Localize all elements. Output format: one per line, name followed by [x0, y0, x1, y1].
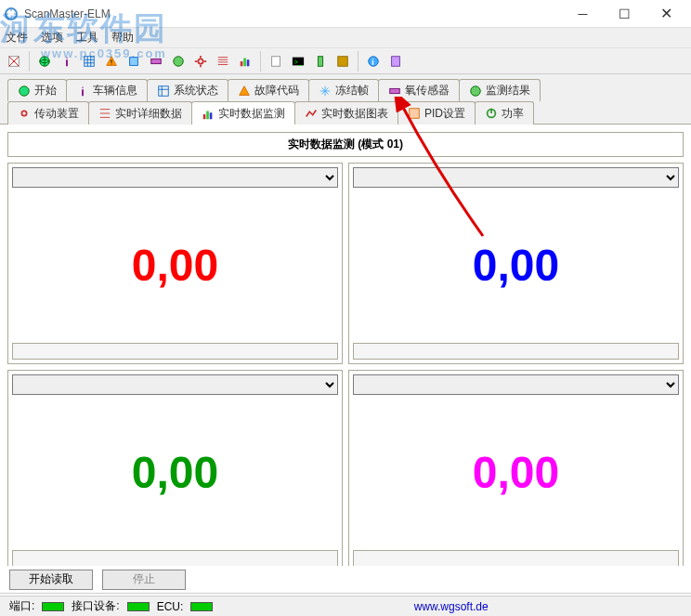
gauge-panel-2: 0,00 [7, 370, 343, 571]
close-button[interactable]: ✕ [645, 1, 687, 27]
gauge-select[interactable] [353, 374, 679, 395]
menu-options[interactable]: 选项 [41, 30, 63, 46]
tab-实时数据图表[interactable]: 实时数据图表 [294, 101, 398, 125]
ecu-led-icon [190, 602, 213, 611]
tab-label: 监测结果 [486, 83, 530, 98]
sensor-icon[interactable] [146, 51, 166, 72]
bottom-bar: 开始读取 停止 [0, 566, 691, 594]
gauge-bar [12, 550, 338, 567]
gauge-select[interactable] [12, 167, 338, 188]
tab-label: PID设置 [424, 106, 465, 122]
menu-tools[interactable]: 工具 [76, 30, 98, 46]
app-icon [4, 7, 19, 21]
maximize-button[interactable]: ☐ [604, 1, 645, 27]
tab-实时数据监测[interactable]: 实时数据监测 [191, 101, 295, 125]
list-icon [98, 107, 111, 120]
snow-icon [319, 85, 332, 98]
warning-icon [238, 85, 251, 98]
tab-故障代码[interactable]: 故障代码 [228, 79, 309, 101]
gauge-value: 0,00 [353, 395, 679, 550]
globe-icon[interactable] [34, 51, 55, 72]
svg-rect-27 [410, 109, 420, 119]
stop-button[interactable]: 停止 [102, 570, 186, 590]
tab-系统状态[interactable]: 系统状态 [147, 79, 228, 101]
tab-开始[interactable]: 开始 [7, 79, 67, 101]
tab-实时详细数据[interactable]: 实时详细数据 [88, 101, 192, 125]
info-icon[interactable] [57, 51, 77, 72]
menu-help[interactable]: 帮助 [111, 30, 134, 46]
svg-rect-15 [338, 56, 348, 66]
list-icon[interactable] [213, 51, 233, 72]
terminal-icon[interactable]: >_ [288, 51, 308, 72]
monitor-icon[interactable] [168, 51, 189, 72]
panel-title: 实时数据监测 (模式 01) [7, 132, 684, 157]
svg-rect-11 [272, 56, 280, 66]
info-icon [76, 85, 89, 98]
window-title: ScanMaster-ELM [24, 7, 562, 20]
svg-rect-4 [130, 57, 138, 65]
save-icon[interactable] [332, 51, 353, 72]
tab-监测结果[interactable]: 监测结果 [459, 79, 541, 101]
page-icon[interactable] [266, 51, 286, 72]
svg-rect-20 [159, 85, 169, 96]
svg-rect-21 [390, 88, 400, 93]
svg-rect-9 [243, 58, 246, 66]
gauge-select[interactable] [12, 374, 338, 395]
gauge-panel-0: 0,00 [7, 163, 343, 364]
content-area: 实时数据监测 (模式 01) 0,000,000,000,00 [0, 125, 691, 580]
status-ecu-label: ECU: [157, 600, 184, 613]
gauge-bar [353, 550, 679, 567]
gauge-select[interactable] [353, 167, 679, 188]
toolbar-button[interactable] [4, 51, 24, 72]
svg-point-23 [21, 111, 26, 115]
graph-icon [305, 107, 318, 120]
iface-led-icon [127, 602, 150, 611]
gauge-panel-1: 0,00 [348, 163, 684, 364]
gauge-panel-3: 0,00 [348, 370, 684, 571]
svg-rect-8 [241, 61, 243, 66]
tab-label: 车辆信息 [93, 83, 137, 98]
svg-point-19 [20, 85, 30, 96]
start-read-button[interactable]: 开始读取 [9, 570, 93, 590]
svg-text:i: i [372, 57, 373, 66]
infoblue-icon[interactable]: i [363, 51, 384, 72]
svg-point-22 [471, 85, 481, 96]
svg-rect-14 [318, 56, 322, 66]
tab-label: 系统状态 [174, 83, 218, 98]
toolbar-separator [260, 51, 261, 72]
gauge-value: 0,00 [12, 188, 338, 343]
svg-rect-3 [85, 56, 95, 66]
svg-point-7 [198, 59, 202, 63]
chart-icon[interactable] [235, 51, 255, 72]
svg-rect-26 [210, 112, 213, 119]
book-icon[interactable] [385, 51, 406, 72]
tab-PID设置[interactable]: PID设置 [398, 101, 476, 125]
gauge-value: 0,00 [353, 188, 679, 343]
toolbar: >_ i [0, 48, 691, 74]
warning-icon[interactable] [101, 51, 122, 72]
minimize-button[interactable]: ─ [562, 1, 604, 27]
status-link[interactable]: www.wgsoft.de [220, 600, 682, 613]
svg-rect-10 [247, 59, 250, 66]
chart-icon [202, 108, 215, 121]
menu-file[interactable]: 文件 [6, 30, 28, 46]
toolbar-separator [358, 51, 359, 72]
svg-rect-25 [206, 111, 209, 119]
tab-氧传感器[interactable]: 氧传感器 [378, 79, 460, 101]
gauge-bar [353, 343, 679, 360]
gauge-value: 0,00 [12, 395, 338, 550]
svg-text:>_: >_ [294, 58, 302, 65]
tab-功率[interactable]: 功率 [475, 101, 534, 125]
gear-icon[interactable] [190, 51, 211, 72]
freeze-icon[interactable] [124, 51, 144, 72]
tab-传动装置[interactable]: 传动装置 [7, 101, 89, 125]
tab-bar: 开始车辆信息系统状态故障代码冻结帧氧传感器监测结果 传动装置实时详细数据实时数据… [0, 74, 691, 125]
battery-icon[interactable] [310, 51, 331, 72]
tab-车辆信息[interactable]: 车辆信息 [66, 79, 148, 101]
tab-冻结帧[interactable]: 冻结帧 [308, 79, 379, 101]
tab-label: 冻结帧 [335, 83, 369, 98]
status-iface-label: 接口设备: [72, 598, 119, 614]
sensor-icon [388, 85, 401, 98]
grid-icon[interactable] [79, 51, 99, 72]
monitor-icon [469, 85, 482, 98]
